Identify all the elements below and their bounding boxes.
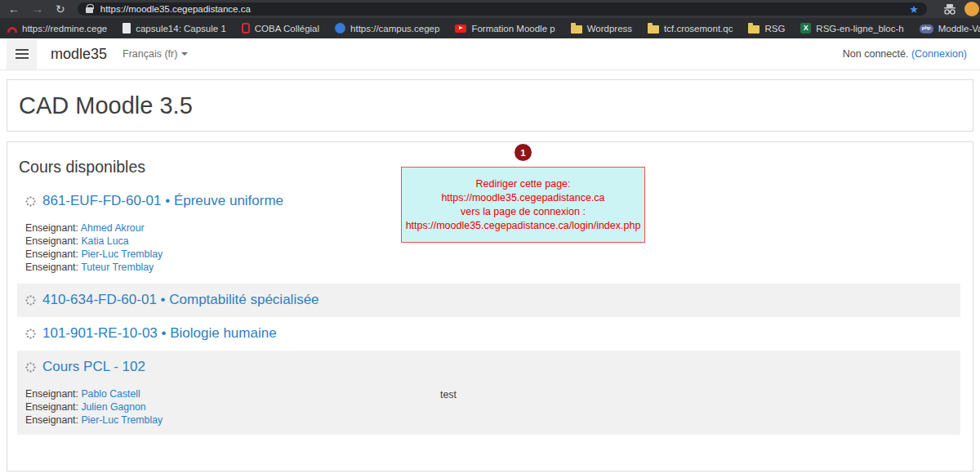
course-icon <box>25 295 36 306</box>
globe-icon <box>335 23 345 34</box>
teacher-link[interactable]: Julien Gagnon <box>81 401 145 413</box>
bookmark-star-icon[interactable]: ★ <box>909 3 919 16</box>
course-box: 101-901-RE-10-03 • Biologie humaine <box>17 317 960 351</box>
bookmark-item[interactable]: COBA Collégial <box>242 23 319 34</box>
callout-line: Rediriger cette page: <box>402 177 644 191</box>
course-title-row: Cours PCL - 102 <box>25 358 960 376</box>
course-title-row: 101-901-RE-10-03 • Biologie humaine <box>25 324 960 342</box>
bookmark-item[interactable]: capsule14: Capsule 1 <box>122 23 226 34</box>
chevron-down-icon <box>181 52 188 56</box>
php-icon <box>920 25 933 34</box>
bookmark-item[interactable]: tcf.crosemont.qc <box>648 23 733 34</box>
bookmark-item[interactable]: Moddle-Variables <box>920 24 980 34</box>
teacher-line: Enseignant: Pier-Luc Tremblay <box>25 414 960 427</box>
profile-avatar[interactable] <box>964 2 979 16</box>
site-brand-link[interactable]: modle35 <box>51 46 107 63</box>
main-content-card: Cours disponibles 861-EUF-FD-60-01 • Épr… <box>7 141 973 472</box>
incognito-icon <box>943 4 956 15</box>
bookmark-item[interactable]: RSG <box>748 23 785 34</box>
bookmark-item[interactable]: https://campus.cegep <box>335 23 439 34</box>
course-icon <box>25 362 36 373</box>
teacher-link[interactable]: Ahmed Akrour <box>81 222 145 234</box>
hamburger-icon <box>16 53 29 55</box>
forward-icon[interactable]: → <box>32 0 43 18</box>
teacher-link[interactable]: Katia Luca <box>81 235 128 247</box>
reload-icon[interactable]: ↻ <box>56 0 65 18</box>
moodle-navbar: modle35 Français (fr) Non connecté. (Con… <box>0 38 980 70</box>
teacher-link[interactable]: Pier-Luc Tremblay <box>81 248 163 260</box>
course-link[interactable]: 101-901-RE-10-03 • Biologie humaine <box>42 324 277 342</box>
teacher-link[interactable]: Tuteur Tremblay <box>81 262 154 273</box>
youtube-icon <box>455 25 466 33</box>
hamburger-menu-button[interactable] <box>7 39 37 69</box>
course-link[interactable]: 410-634-FD-60-01 • Comptabilité spéciali… <box>42 291 319 309</box>
bookmarks-bar: https://redmine.cege capsule14: Capsule … <box>0 18 980 38</box>
login-link[interactable]: (Connexion) <box>911 48 967 60</box>
bookmark-item[interactable]: Wordpress <box>571 23 632 34</box>
teacher-link[interactable]: Pablo Castell <box>81 388 140 400</box>
callout-line: https://moodle35.cegepadistance.ca/login… <box>402 219 644 233</box>
back-icon[interactable]: ← <box>8 0 20 18</box>
bookmark-item[interactable]: RSG-en-ligne_bloc-h <box>800 23 903 34</box>
page-title: CAD Moodle 3.5 <box>19 92 961 119</box>
folder-icon <box>571 25 582 34</box>
course-box: Cours PCL - 102 Enseignant: Pablo Castel… <box>17 351 960 435</box>
url-text[interactable]: https://moodle35.cegepadistance.ca <box>100 4 910 14</box>
teacher-list: Enseignant: Pablo Castell Enseignant: Ju… <box>25 387 960 427</box>
page-header-card: CAD Moodle 3.5 <box>7 79 973 132</box>
annotation-badge: 1 <box>514 144 532 161</box>
course-link[interactable]: Cours PCL - 102 <box>42 358 145 376</box>
teacher-link[interactable]: Pier-Luc Tremblay <box>81 414 163 426</box>
address-bar[interactable]: https://moodle35.cegepadistance.ca ★ <box>78 2 927 16</box>
annotation-callout: Rediriger cette page: https://moodle35.c… <box>401 167 645 243</box>
course-link[interactable]: 861-EUF-FD-60-01 • Épreuve uniforme <box>42 192 283 210</box>
coba-icon <box>242 23 250 34</box>
lock-icon <box>86 7 93 13</box>
course-icon <box>25 196 36 207</box>
bookmark-item[interactable]: Formation Moodle p <box>455 24 555 34</box>
callout-line: vers la page de connexion : <box>402 205 644 219</box>
course-box: 410-634-FD-60-01 • Comptabilité spéciali… <box>17 284 960 317</box>
teacher-line: Enseignant: Julien Gagnon <box>25 400 960 414</box>
document-icon <box>122 23 131 34</box>
callout-line: https://moodle35.cegepadistance.ca <box>402 191 644 205</box>
bookmark-item[interactable]: https://redmine.cege <box>7 24 107 34</box>
browser-toolbar: ← → ↻ https://moodle35.cegepadistance.ca… <box>0 0 980 18</box>
course-icon <box>25 329 36 339</box>
login-status: Non connecté. (Connexion) <box>843 48 967 60</box>
language-dropdown[interactable]: Français (fr) <box>122 48 188 60</box>
redmine-icon <box>7 27 17 33</box>
course-summary: test <box>440 389 457 400</box>
folder-icon <box>648 25 659 34</box>
excel-icon <box>800 23 811 34</box>
folder-icon <box>748 25 760 34</box>
teacher-line: Enseignant: Pier-Luc Tremblay <box>25 248 960 261</box>
course-title-row: 410-634-FD-60-01 • Comptabilité spéciali… <box>25 291 960 309</box>
teacher-line: Enseignant: Pablo Castell <box>25 387 960 400</box>
teacher-line: Enseignant: Tuteur Tremblay <box>25 261 960 274</box>
